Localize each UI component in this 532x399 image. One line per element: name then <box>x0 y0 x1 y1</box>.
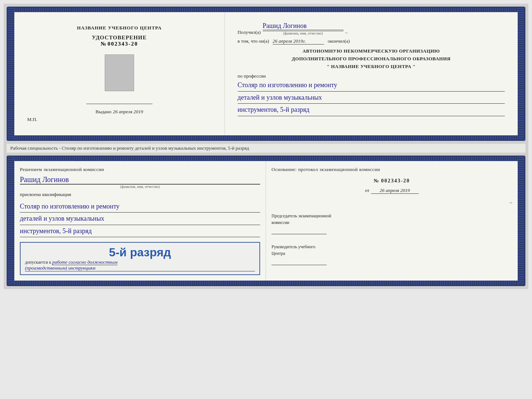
dopuskaetsya-label: допускается к <box>25 260 51 265</box>
protocol-date-line: от 26 апреля 2019 <box>272 188 512 194</box>
top-document-card: НАЗВАНИЕ УЧЕБНОГО ЦЕНТРА УДОСТОВЕРЕНИЕ №… <box>7 7 525 141</box>
instruktsiyam-value: (производственным) инструкциям <box>25 265 255 271</box>
photo-placeholder <box>105 54 134 91</box>
org-block: АВТОНОМНУЮ НЕКОММЕРЧЕСКУЮ ОРГАНИЗАЦИЮ ДО… <box>238 47 505 70</box>
big-rank: 5-й разряд <box>25 246 255 259</box>
number-prefix: № <box>101 41 106 47</box>
org-line1: АВТОНОМНУЮ НЕКОММЕРЧЕСКУЮ ОРГАНИЗАЦИЮ <box>238 47 505 55</box>
vtom-line: в том, что он(а) 26 апреля 2019г. окончи… <box>238 38 505 44</box>
vydano-label: Выдано <box>96 109 111 115</box>
chairman-block: Председатель экзаменационной комиссии <box>272 213 512 234</box>
profession-line2: деталей и узлов музыкальных <box>238 92 505 104</box>
separator-label: Рабочая специальность - Столяр по изгото… <box>7 144 525 153</box>
bottom-document-card: Решением экзаменационной комиссии Рашид … <box>7 156 525 286</box>
bottom-texture-bar-bottom <box>8 281 524 285</box>
po-professii-block: по профессии Столяр по изготовлению и ре… <box>238 73 505 116</box>
profession-line1: Столяр по изготовлению и ремонту <box>238 79 505 91</box>
decision-text: Решением экзаменационной комиссии <box>20 167 260 172</box>
udostoverenie-block: УДОСТОВЕРЕНИЕ № 002343-20 <box>92 35 147 47</box>
signature-line-top <box>86 97 152 104</box>
page-wrapper: НАЗВАНИЕ УЧЕБНОГО ЦЕНТРА УДОСТОВЕРЕНИЕ №… <box>4 4 528 289</box>
dopuskaetsya-value: работе согласно должностным <box>52 259 118 265</box>
tsentra-label: Центра <box>272 250 512 257</box>
bottom-person-block: Рашид Логинов (фамилия, имя, отчество) <box>20 175 260 189</box>
poluchil-label: Получил(а) <box>238 29 261 35</box>
protocol-prefix: № <box>374 178 380 184</box>
receiver-line: Получил(а) Рашид Логинов (фамилия, имя, … <box>238 22 505 35</box>
dash-right: – <box>272 199 512 205</box>
po-professii-label: по профессии <box>238 73 505 79</box>
dopuskaetsya-text: допускается к работе согласно должностны… <box>25 259 255 265</box>
vydano-date: 26 апреля 2019 <box>113 109 143 115</box>
vtom-label: в том, что он(а) <box>238 38 269 44</box>
osnov-label: Основание: протокол экзаменационной коми… <box>272 167 512 172</box>
ot-label: от <box>365 188 369 193</box>
org-line3: " НАЗВАНИЕ УЧЕБНОГО ЦЕНТРА " <box>238 63 505 71</box>
profession-line3: инструментов, 5-й разряд <box>238 104 505 116</box>
udostoverenie-title: УДОСТОВЕРЕНИЕ <box>92 35 147 41</box>
bottom-card-left: Решением экзаменационной комиссии Рашид … <box>8 161 266 281</box>
receiver-name: Рашид Логинов <box>263 22 344 30</box>
vtom-date: 26 апреля 2019г. <box>273 38 324 44</box>
bottom-person-name: Рашид Логинов <box>20 175 260 184</box>
prisvoena-label: присвоена квалификация <box>20 192 260 197</box>
separator-text: Рабочая специальность - Столяр по изгото… <box>10 145 249 151</box>
fio-subtitle-top: (фамилия, имя, отчество) <box>263 31 344 35</box>
top-texture-bar-bottom <box>8 157 524 161</box>
qual-line1: Столяр по изготовлению и ремонту <box>20 200 260 213</box>
qual-line3: инструментов, 5-й разряд <box>20 225 260 237</box>
bottom-card-right: Основание: протокол экзаменационной коми… <box>266 161 524 281</box>
chairman-sign-line <box>272 228 327 234</box>
qual-line2: деталей и узлов музыкальных <box>20 213 260 225</box>
komissii-label: комиссии <box>272 219 512 226</box>
bottom-qual-block: Столяр по изготовлению и ремонту деталей… <box>20 200 260 237</box>
top-texture-bar <box>8 8 524 12</box>
top-card-right: Получил(а) Рашид Логинов (фамилия, имя, … <box>225 12 524 135</box>
highlight-box: 5-й разряд допускается к работе согласно… <box>20 242 260 275</box>
top-card-left: НАЗВАНИЕ УЧЕБНОГО ЦЕНТРА УДОСТОВЕРЕНИЕ №… <box>8 12 225 135</box>
bottom-texture-bar-top <box>8 135 524 140</box>
protocol-date: 26 апреля 2019 <box>371 188 419 194</box>
center-title: НАЗВАНИЕ УЧЕБНОГО ЦЕНТРА <box>77 25 162 31</box>
udostoverenie-number: 002343-20 <box>108 41 138 47</box>
bottom-fio-subtitle: (фамилия, имя, отчество) <box>20 184 260 189</box>
rukovoditel-block: Руководитель учебного Центра <box>272 243 512 265</box>
dash-1: – <box>345 29 348 35</box>
protocol-number: 002343-20 <box>381 178 410 184</box>
predsedatel-label: Председатель экзаменационной <box>272 213 512 219</box>
rukovoditel-sign-line <box>272 259 327 265</box>
mp-label: М.П. <box>27 117 37 122</box>
rukovoditel-label: Руководитель учебного <box>272 243 512 250</box>
org-line2: ДОПОЛНИТЕЛЬНОГО ПРОФЕССИОНАЛЬНОГО ОБРАЗО… <box>238 55 505 63</box>
okonchil-label: окончил(а) <box>328 38 350 44</box>
